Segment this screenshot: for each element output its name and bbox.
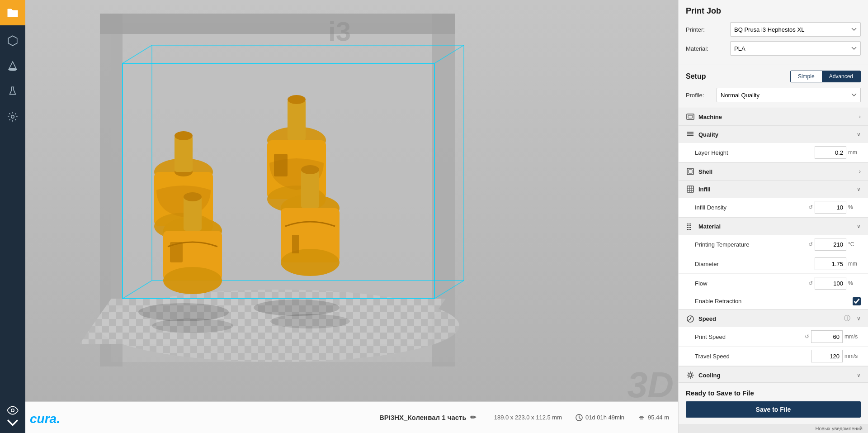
save-to-file-button[interactable]: Save to File bbox=[686, 401, 861, 418]
right-panel: Print Job Printer: BQ Prusa i3 Hephestos… bbox=[678, 0, 868, 433]
cooling-group-header[interactable]: Cooling ∨ bbox=[679, 366, 868, 382]
folder-open-icon bbox=[6, 6, 19, 19]
setup-title: Setup bbox=[686, 72, 785, 81]
material-group-header[interactable]: Material ∨ bbox=[679, 218, 868, 235]
print-temp-reset[interactable]: ↺ bbox=[808, 241, 813, 247]
speed-icon bbox=[686, 314, 695, 323]
retraction-label: Enable Retraction bbox=[695, 298, 853, 305]
retraction-item: Enable Retraction bbox=[679, 293, 868, 309]
print-temp-item: Printing Temperature ↺ °C bbox=[679, 235, 868, 254]
svg-rect-34 bbox=[274, 154, 288, 176]
dimensions-value: 189.0 x 223.0 x 112.5 mm bbox=[494, 414, 562, 421]
print-temp-input[interactable] bbox=[815, 238, 846, 251]
eye-view-icon bbox=[7, 404, 19, 416]
infill-density-input[interactable] bbox=[815, 201, 846, 214]
material-stat: 95.44 m bbox=[638, 414, 669, 421]
speed-info-icon[interactable]: ⓘ bbox=[844, 314, 850, 323]
sidebar-logo[interactable] bbox=[0, 0, 25, 25]
cooling-group: Cooling ∨ Enable Cooling Fans bbox=[679, 366, 868, 382]
machine-chevron: › bbox=[859, 114, 861, 120]
printer-label: Printer: bbox=[686, 26, 726, 33]
svg-text:i3: i3 bbox=[328, 16, 351, 47]
profile-select[interactable]: Normal Quality bbox=[717, 88, 861, 102]
advanced-button[interactable]: Advanced bbox=[822, 71, 860, 82]
print-speed-item: Print Speed ↺ mm/s bbox=[679, 327, 868, 347]
machine-group-header[interactable]: Machine › bbox=[679, 108, 868, 125]
sidebar-item-settings[interactable] bbox=[0, 104, 25, 129]
printer-select[interactable]: BQ Prusa i3 Hephestos XL bbox=[730, 22, 861, 37]
quality-group-header[interactable]: Quality ∨ bbox=[679, 126, 868, 143]
gear-settings-icon bbox=[7, 111, 19, 123]
simple-button[interactable]: Simple bbox=[791, 71, 822, 82]
sidebar-item-material[interactable] bbox=[0, 79, 25, 104]
print-job-title: Print Job bbox=[686, 6, 861, 16]
svg-point-1 bbox=[11, 115, 14, 119]
travel-speed-unit: mm/s bbox=[844, 353, 861, 359]
setup-header: Setup Simple Advanced bbox=[686, 71, 861, 82]
viewport[interactable]: i3 bbox=[25, 0, 678, 433]
infill-reset-icon[interactable]: ↺ bbox=[808, 204, 813, 210]
infill-group: Infill ∨ Infill Density ↺ % bbox=[679, 181, 868, 218]
notification-text: Новых уведомлений bbox=[816, 426, 863, 431]
speed-label: Speed bbox=[698, 315, 840, 322]
sidebar-item-cone[interactable] bbox=[0, 53, 25, 79]
infill-icon bbox=[686, 185, 695, 194]
svg-rect-32 bbox=[288, 100, 306, 140]
edit-icon[interactable]: ✏ bbox=[470, 413, 476, 422]
profile-row: Profile: Normal Quality bbox=[686, 88, 861, 102]
svg-rect-60 bbox=[689, 170, 692, 173]
sidebar-item-shapes[interactable] bbox=[0, 28, 25, 53]
svg-rect-27 bbox=[175, 136, 193, 172]
speed-group: Speed ⓘ ∨ Print Speed ↺ mm/s Travel Spee… bbox=[679, 310, 868, 366]
svg-line-82 bbox=[692, 373, 693, 374]
ready-to-save-title: Ready to Save to File bbox=[686, 389, 861, 397]
svg-point-43 bbox=[281, 249, 340, 276]
print-speed-reset[interactable]: ↺ bbox=[805, 333, 809, 340]
speed-group-header[interactable]: Speed ⓘ ∨ bbox=[679, 310, 868, 327]
print-temp-label: Printing Temperature bbox=[695, 241, 808, 248]
machine-label: Machine bbox=[698, 114, 855, 120]
travel-speed-input[interactable] bbox=[811, 350, 843, 362]
retraction-checkbox[interactable] bbox=[853, 297, 861, 305]
svg-point-48 bbox=[152, 319, 233, 333]
setup-section: Setup Simple Advanced Profile: Normal Qu… bbox=[679, 65, 868, 108]
machine-group: Machine › bbox=[679, 108, 868, 126]
material-select[interactable]: PLA bbox=[730, 41, 861, 56]
diameter-input[interactable] bbox=[815, 257, 846, 270]
print-temp-unit: °C bbox=[848, 241, 861, 247]
material-settings-icon bbox=[686, 222, 695, 231]
material-usage: 95.44 m bbox=[648, 414, 669, 421]
svg-line-81 bbox=[692, 376, 693, 378]
svg-point-2 bbox=[11, 409, 14, 412]
model-name-container: BPi3HX_Коленвал 1 часть ✏ bbox=[379, 413, 476, 422]
print-job-section: Print Job Printer: BQ Prusa i3 Hephestos… bbox=[679, 0, 868, 65]
quality-group: Quality ∨ Layer Height mm bbox=[679, 126, 868, 163]
shell-group-header[interactable]: Shell › bbox=[679, 163, 868, 180]
machine-icon bbox=[686, 112, 695, 121]
sidebar-item-view[interactable] bbox=[0, 404, 25, 429]
diameter-unit: mm bbox=[848, 261, 861, 267]
scene-3d: i3 bbox=[25, 0, 678, 433]
print-time: 01d 01h 49min bbox=[585, 414, 624, 421]
cooling-chevron: ∨ bbox=[857, 372, 861, 378]
flow-label: Flow bbox=[695, 280, 808, 287]
flow-input[interactable] bbox=[815, 277, 846, 290]
infill-density-item: Infill Density ↺ % bbox=[679, 198, 868, 217]
flow-reset[interactable]: ↺ bbox=[808, 280, 813, 286]
layer-height-input[interactable] bbox=[815, 146, 846, 159]
svg-rect-54 bbox=[687, 114, 694, 119]
svg-rect-40 bbox=[170, 242, 183, 262]
infill-group-header[interactable]: Infill ∨ bbox=[679, 181, 868, 198]
svg-point-75 bbox=[689, 374, 692, 376]
shell-group: Shell › bbox=[679, 163, 868, 181]
flask-icon bbox=[7, 86, 19, 97]
flow-unit: % bbox=[848, 280, 861, 286]
print-speed-input[interactable] bbox=[811, 330, 843, 343]
filament-icon bbox=[638, 414, 645, 421]
clock-icon bbox=[576, 414, 583, 421]
sidebar bbox=[0, 0, 25, 433]
layer-height-label: Layer Height bbox=[695, 149, 815, 156]
material-label: Material: bbox=[686, 45, 726, 52]
svg-rect-38 bbox=[184, 197, 202, 231]
material-settings-group: Material ∨ Printing Temperature ↺ °C Dia… bbox=[679, 218, 868, 310]
